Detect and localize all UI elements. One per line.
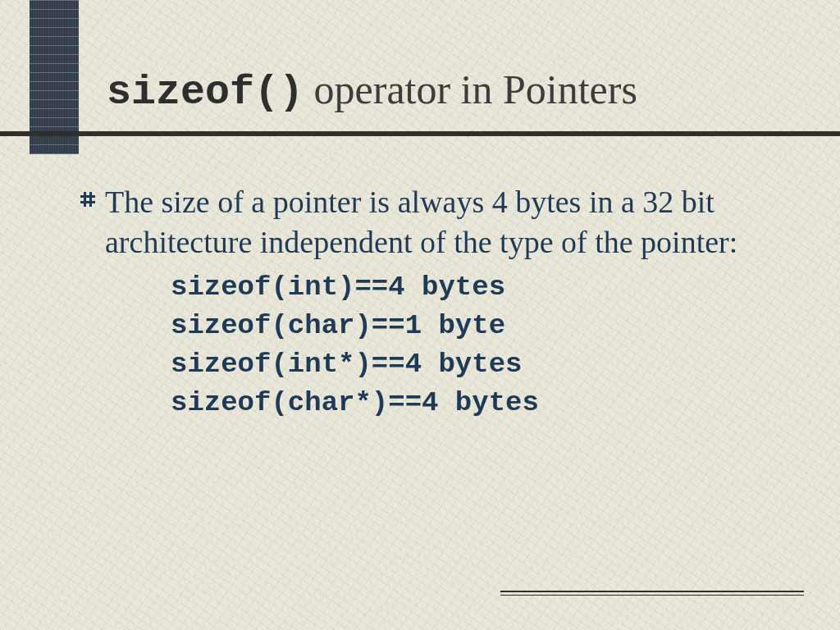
code-block: sizeof(int)==4 bytes sizeof(char)==1 byt…	[171, 268, 778, 422]
slide-title: sizeof() operator in Pointers	[107, 66, 637, 116]
title-code: sizeof()	[107, 69, 304, 116]
footer-rule	[500, 591, 804, 596]
hash-bullet-icon	[80, 192, 95, 207]
content-area: The size of a pointer is always 4 bytes …	[80, 182, 778, 422]
title-underline	[0, 131, 840, 136]
bullet-text: The size of a pointer is always 4 bytes …	[105, 182, 778, 262]
code-line: sizeof(char)==1 byte	[171, 307, 778, 345]
bullet-item: The size of a pointer is always 4 bytes …	[80, 182, 778, 262]
title-rest: operator in Pointers	[304, 66, 637, 112]
code-line: sizeof(int*)==4 bytes	[171, 345, 778, 384]
code-line: sizeof(int)==4 bytes	[171, 268, 778, 307]
code-line: sizeof(char*)==4 bytes	[171, 384, 778, 422]
